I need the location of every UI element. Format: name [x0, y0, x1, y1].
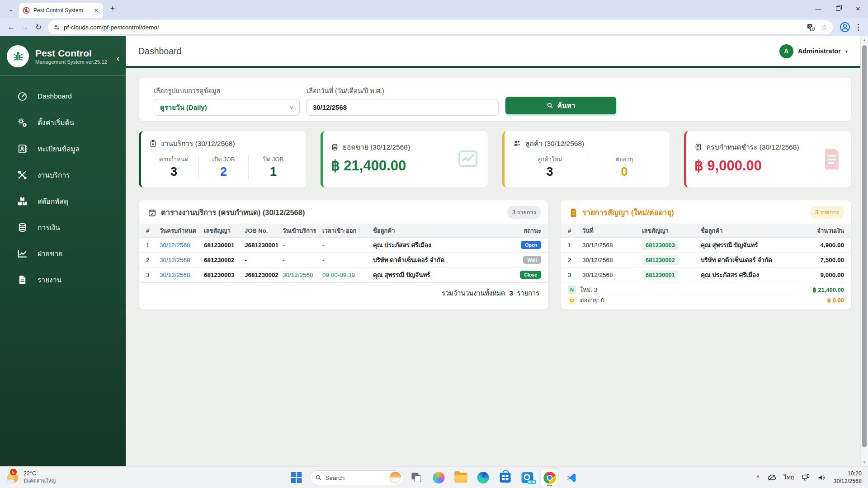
sidebar: Pest Control Management System ver.25.12…	[0, 36, 126, 466]
invoice-watermark-icon	[822, 148, 842, 171]
clock-time: 10:20	[833, 470, 862, 478]
reload-button[interactable]: ↻	[32, 20, 45, 34]
window-minimize-button[interactable]: —	[808, 0, 828, 17]
page-scrollbar[interactable]: ▲ ▼	[860, 36, 868, 466]
stat-card-sales: ยอดขาย (30/12/2568) ฿ 21,400.00	[321, 131, 488, 188]
summary-renew-row: O ต่ออายุ: 0 ฿ 0.00	[561, 295, 851, 305]
search-highlight-image[interactable]	[390, 472, 401, 483]
stat-card-customers: ลูกค้า (30/12/2568) ลูกค้าใหม่ 3 ต่ออายุ…	[502, 131, 670, 188]
copilot-icon	[433, 472, 445, 483]
vscode-button[interactable]	[563, 469, 581, 487]
tab-search-caret-icon[interactable]: ⌄	[5, 3, 17, 15]
page-header: Dashboard A Administrator ▾	[126, 36, 860, 66]
contract-table-count-badge: 3 รายการ	[810, 206, 844, 219]
chart-line-watermark-icon	[457, 148, 479, 171]
outlook-button[interactable]: NEW	[519, 469, 537, 487]
browser-toolbar: ← → ↻ pf-clouds.com/pf-pestcontrol/demo/…	[0, 18, 868, 36]
sidebar-item-finance[interactable]: การเงิน	[0, 214, 126, 240]
due-date-link[interactable]: 30/12/2568	[160, 272, 204, 278]
url-bar[interactable]: pf-clouds.com/pf-pestcontrol/demo/ G x ☆	[48, 20, 833, 34]
taskbar-search[interactable]: Search	[310, 470, 404, 485]
new-tab-button[interactable]: +	[107, 3, 118, 14]
stat-card-service: งานบริการ (30/12/2568) ครบกำหนด 3 เปิด J…	[139, 131, 306, 188]
start-button[interactable]	[288, 469, 306, 487]
tray-chevron-icon[interactable]: ^	[757, 474, 760, 481]
search-button-label: ค้นหา	[557, 100, 576, 111]
sidebar-item-dashboard[interactable]: Dashboard	[0, 83, 126, 109]
sidebar-collapse-icon[interactable]: ‹	[117, 53, 119, 63]
language-indicator[interactable]: ไทย	[784, 473, 794, 482]
onedrive-paused-icon[interactable]	[767, 474, 776, 481]
stat-new-customers: ลูกค้าใหม่ 3	[513, 155, 587, 179]
taskbar-clock[interactable]: 10:20 30/12/2568	[833, 470, 862, 485]
browser-profile-avatar[interactable]	[839, 22, 850, 33]
view-mode-label: เลือกรูปแบบการดูข้อมูล	[154, 85, 300, 96]
sidebar-item-stock[interactable]: สต๊อกพัสดุ	[0, 188, 126, 214]
edge-icon	[477, 472, 489, 483]
sidebar-item-initial-settings[interactable]: ตั้งค่าเริ่มต้น	[0, 109, 126, 136]
microsoft-store-button[interactable]	[496, 469, 514, 487]
contract-file-icon	[570, 208, 578, 217]
coins-icon	[331, 143, 339, 151]
sidebar-item-reports[interactable]: รายงาน	[0, 267, 126, 293]
contract-table-header-row: # วันที่ เลขสัญญา ชื่อลูกค้า จำนวนเงิน	[561, 224, 851, 238]
volume-icon[interactable]	[817, 474, 826, 481]
user-menu[interactable]: A Administrator ▾	[779, 44, 848, 58]
edge-button[interactable]	[474, 469, 492, 487]
tab-close-icon[interactable]: ✕	[93, 7, 99, 14]
browser-tab[interactable]: Pest Control System ✕	[19, 3, 103, 18]
dashboard-content: เลือกรูปแบบการดูข้อมูล ดูรายวัน (Daily) …	[126, 68, 860, 466]
site-info-icon[interactable]	[53, 24, 60, 31]
search-icon	[547, 102, 553, 109]
status-badge: Open	[521, 241, 541, 249]
window-restore-button[interactable]	[828, 0, 848, 17]
task-view-button[interactable]	[408, 469, 426, 487]
sidebar-item-service-jobs[interactable]: งานบริการ	[0, 162, 126, 188]
service-table-count-badge: 3 รายการ	[507, 206, 541, 219]
weather-temp: 22°C	[24, 470, 56, 477]
back-button[interactable]: ←	[5, 20, 18, 34]
weather-sun-icon: 5	[5, 470, 20, 485]
sidebar-item-data-registry[interactable]: ทะเบียนข้อมูล	[0, 136, 126, 162]
translate-icon[interactable]: G x	[807, 23, 815, 31]
stat-card-title: ลูกค้า (30/12/2568)	[525, 138, 584, 149]
bookmark-star-icon[interactable]: ☆	[821, 23, 827, 32]
summary-new-row: N ใหม่: 3 ฿ 21,400.00	[561, 285, 851, 295]
search-placeholder: Search	[326, 474, 386, 481]
status-badge: Close	[520, 271, 541, 279]
search-icon	[316, 474, 322, 481]
gauge-icon	[17, 91, 28, 102]
table-row: 1 30/12/2568 681230003 คุณ สุพรรณี ปัญจั…	[561, 238, 851, 253]
url-text: pf-clouds.com/pf-pestcontrol/demo/	[64, 24, 807, 31]
copilot-button[interactable]	[430, 469, 448, 487]
file-explorer-button[interactable]	[452, 469, 470, 487]
scroll-down-icon[interactable]: ▼	[861, 459, 868, 466]
due-date-link[interactable]: 30/12/2568	[160, 257, 204, 263]
network-icon[interactable]	[802, 474, 810, 481]
weather-widget[interactable]: 5 22°C มีแดดส่วนใหญ่	[0, 470, 108, 485]
coins-icon	[17, 222, 28, 233]
scrollbar-thumb[interactable]	[862, 45, 867, 447]
scroll-up-icon[interactable]: ▲	[861, 36, 868, 44]
browser-menu-icon[interactable]	[853, 24, 863, 31]
forward-button[interactable]: →	[18, 20, 32, 34]
search-button[interactable]: ค้นหา	[505, 97, 616, 114]
date-input[interactable]	[307, 99, 499, 116]
sidebar-divider	[0, 75, 126, 76]
sidebar-item-label: การเงิน	[38, 222, 60, 233]
tab-title: Pest Control System	[33, 7, 90, 14]
vscode-icon	[566, 472, 577, 483]
brand-logo	[7, 45, 29, 67]
service-table-card: ตารางงานบริการ (ครบกำหนด) (30/12/2568) 3…	[139, 200, 548, 310]
brand-subtitle: Management System ver.25.12	[35, 59, 107, 65]
chart-line-icon	[17, 248, 28, 259]
stat-cards-row: งานบริการ (30/12/2568) ครบกำหนด 3 เปิด J…	[139, 131, 851, 188]
sidebar-item-label: ตั้งค่าเริ่มต้น	[38, 117, 74, 128]
chevron-down-icon: ∨	[289, 104, 293, 111]
store-icon	[500, 473, 511, 483]
window-close-button[interactable]: ✕	[848, 0, 868, 17]
view-mode-select[interactable]: ดูรายวัน (Daily) ∨	[154, 99, 300, 116]
due-date-link[interactable]: 30/12/2568	[160, 242, 204, 249]
sidebar-item-sales[interactable]: ฝ่ายขาย	[0, 240, 126, 267]
chrome-button[interactable]	[541, 469, 559, 487]
